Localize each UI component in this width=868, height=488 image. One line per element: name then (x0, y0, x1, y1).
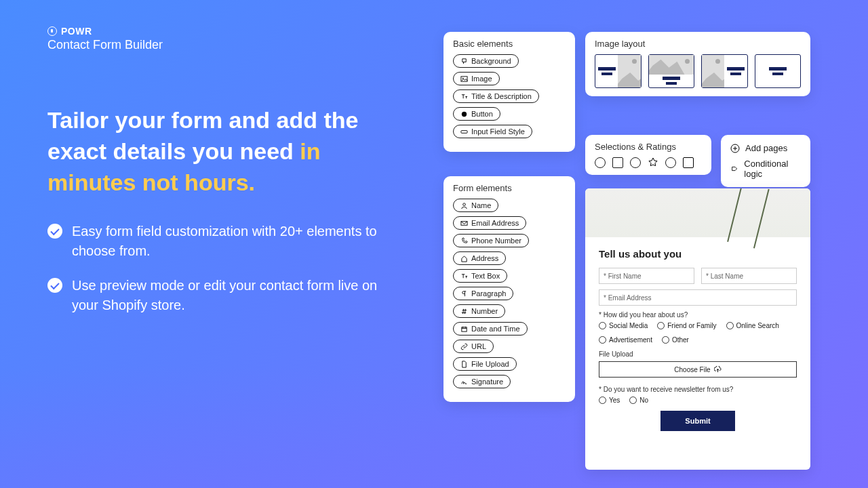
element-input-style[interactable]: Input Field Style (453, 125, 532, 138)
pill-label: File Upload (471, 360, 509, 368)
smile-icon[interactable] (665, 157, 676, 168)
check-icon (47, 278, 62, 293)
user-icon (460, 202, 468, 209)
product-name: Contact Form Builder (47, 38, 393, 52)
first-name-input[interactable]: * First Name (599, 268, 694, 284)
home-icon (460, 255, 468, 262)
element-textbox[interactable]: Text Box (453, 269, 507, 283)
element-address[interactable]: Address (453, 251, 506, 265)
bullet-text: Use preview mode or edit your contact fo… (72, 276, 393, 315)
element-email[interactable]: Email Address (453, 216, 526, 230)
card-title: Selections & Ratings (595, 142, 702, 152)
quick-actions-card: Add pages Conditional logic (721, 135, 810, 187)
layout-image-left[interactable] (701, 54, 748, 88)
svg-point-2 (462, 111, 467, 116)
submit-button[interactable]: Submit (660, 411, 735, 431)
form-elements-card: Form elements Name Email Address Phone N… (443, 176, 575, 402)
pill-label: Paragraph (471, 289, 506, 298)
svg-rect-7 (462, 327, 467, 331)
upload-icon (714, 366, 722, 373)
pill-label: Email Address (471, 219, 519, 227)
card-title: Form elements (453, 183, 566, 193)
image-rate-icon[interactable] (683, 157, 694, 168)
pill-label: Date and Time (471, 325, 520, 333)
preview-title: Tell us about you (599, 248, 797, 260)
basic-elements-card: Basic elements Background Image Title & … (443, 32, 575, 152)
element-title[interactable]: Title & Description (453, 89, 539, 103)
bullet-item: Use preview mode or edit your contact fo… (47, 276, 393, 315)
svg-point-5 (463, 203, 466, 205)
hear-label: * How did you hear about us? (599, 311, 797, 319)
paragraph-icon (460, 290, 468, 298)
element-paragraph[interactable]: Paragraph (453, 287, 513, 300)
selections-ratings-card: Selections & Ratings (585, 135, 711, 175)
element-name[interactable]: Name (453, 199, 498, 212)
radio-label: No (639, 396, 648, 404)
hash-icon (460, 308, 468, 315)
radio-search[interactable]: Online Search (726, 322, 779, 329)
element-button[interactable]: Button (453, 107, 500, 121)
element-background[interactable]: Background (453, 54, 519, 68)
element-image[interactable]: Image (453, 72, 500, 85)
pill-label: Button (471, 110, 493, 118)
element-phone[interactable]: Phone Number (453, 234, 529, 247)
add-pages[interactable]: Add pages (730, 143, 801, 153)
pill-label: Image (471, 75, 492, 83)
text-icon (460, 93, 468, 100)
pill-label: Number (471, 307, 498, 315)
last-name-input[interactable]: * Last Name (701, 268, 797, 284)
paint-icon (460, 58, 468, 65)
conditional-logic[interactable]: Conditional logic (730, 159, 801, 179)
radio-yes[interactable]: Yes (599, 396, 620, 404)
radio-friend[interactable]: Friend or Family (657, 322, 716, 329)
pill-label: Phone Number (471, 237, 521, 245)
file-label: File Upload (599, 350, 797, 358)
radio-label: Other (672, 336, 689, 344)
circle-icon (460, 110, 468, 118)
star-icon[interactable] (648, 157, 658, 168)
text-icon (460, 272, 468, 280)
pill-label: Address (471, 254, 498, 262)
element-number[interactable]: Number (453, 304, 505, 318)
pill-label: Signature (471, 378, 503, 386)
checkbox-icon[interactable] (612, 157, 623, 168)
newsletter-label: * Do you want to receive newsletter from… (599, 386, 797, 393)
form-preview: Tell us about you * First Name * Last Na… (585, 188, 810, 470)
headline: Tailor your form and add the exact detai… (47, 105, 393, 199)
check-circle-icon[interactable] (630, 157, 641, 168)
file-icon (460, 361, 468, 368)
radio-label: Social Media (609, 322, 648, 329)
radio-label: Advertisement (609, 336, 652, 344)
email-input[interactable]: * Email Address (599, 289, 797, 306)
add-pages-label: Add pages (745, 143, 787, 153)
pill-label: Text Box (471, 272, 500, 280)
element-datetime[interactable]: Date and Time (453, 322, 528, 336)
radio-social[interactable]: Social Media (599, 322, 648, 329)
radio-no[interactable]: No (629, 396, 648, 404)
element-file[interactable]: File Upload (453, 357, 517, 371)
phone-icon (460, 237, 468, 245)
check-icon (47, 224, 62, 239)
bullet-item: Easy form field customization with 20+ e… (47, 222, 393, 261)
radio-label: Friend or Family (667, 322, 716, 329)
svg-rect-3 (461, 130, 467, 133)
radio-icon[interactable] (595, 157, 606, 168)
radio-label: Online Search (736, 322, 779, 329)
radio-other[interactable]: Other (662, 336, 689, 344)
radio-ad[interactable]: Advertisement (599, 336, 652, 344)
layout-text-only[interactable] (755, 54, 802, 88)
element-url[interactable]: URL (453, 340, 494, 353)
link-icon (460, 343, 468, 350)
input-icon (460, 128, 468, 136)
conditional-label: Conditional logic (744, 159, 801, 179)
element-signature[interactable]: Signature (453, 375, 511, 388)
layout-text-left[interactable] (595, 54, 642, 88)
pill-label: Title & Description (471, 92, 532, 100)
radio-label: Yes (609, 396, 620, 404)
pill-label: Background (471, 57, 511, 65)
preview-hero-image (585, 188, 810, 237)
bullet-text: Easy form field customization with 20+ e… (72, 222, 393, 261)
layout-image-top[interactable] (648, 54, 695, 88)
choose-file-button[interactable]: Choose File (599, 361, 797, 378)
calendar-icon (460, 325, 468, 333)
